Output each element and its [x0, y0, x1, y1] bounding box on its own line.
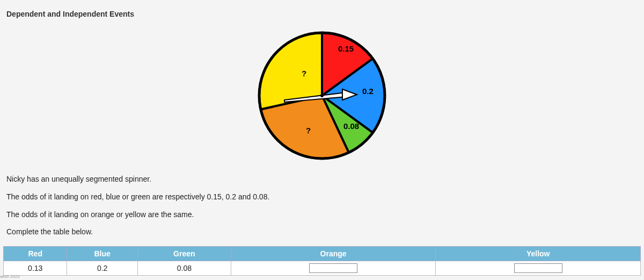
table-value-row: 0.13 0.2 0.08: [4, 261, 641, 276]
yellow-input[interactable]: [514, 263, 562, 273]
cell-green: 0.08: [137, 261, 231, 276]
header-green: Green: [137, 247, 231, 261]
spinner-label-yellow: ?: [302, 69, 306, 78]
spinner-svg: [258, 31, 386, 160]
header-yellow: Yellow: [436, 247, 641, 261]
spinner-label-orange: ?: [306, 126, 311, 135]
spinner-label-red: 0.15: [338, 44, 354, 53]
spinner-label-green: 0.08: [343, 121, 359, 131]
table-header-row: Red Blue Green Orange Yellow: [4, 247, 641, 261]
spinner: 0.15 0.2 0.08 ? ?: [258, 31, 386, 160]
header-orange: Orange: [231, 247, 436, 261]
spinner-label-blue: 0.2: [362, 87, 374, 96]
cell-blue: 0.2: [67, 261, 137, 276]
question-text: Nicky has an unequally segmented spinner…: [6, 171, 269, 241]
orange-input[interactable]: [309, 263, 357, 273]
answer-table: Red Blue Green Orange Yellow 0.13 0.2 0.…: [3, 246, 641, 276]
question-line-4: Complete the table below.: [6, 224, 269, 240]
cell-red: 0.13: [4, 261, 67, 276]
svg-point-3: [320, 94, 324, 97]
page-title: Dependent and Independent Events: [0, 0, 644, 18]
header-blue: Blue: [67, 247, 137, 261]
header-red: Red: [4, 247, 67, 261]
cell-yellow: [436, 261, 641, 276]
question-line-2: The odds of it landing on red, blue or g…: [6, 189, 269, 205]
cell-orange: [231, 261, 436, 276]
question-line-3: The odds of it landing on orange or yell…: [6, 206, 269, 223]
question-line-1: Nicky has an unequally segmented spinner…: [6, 171, 269, 188]
footer-text: aksh 2022: [0, 274, 20, 279]
